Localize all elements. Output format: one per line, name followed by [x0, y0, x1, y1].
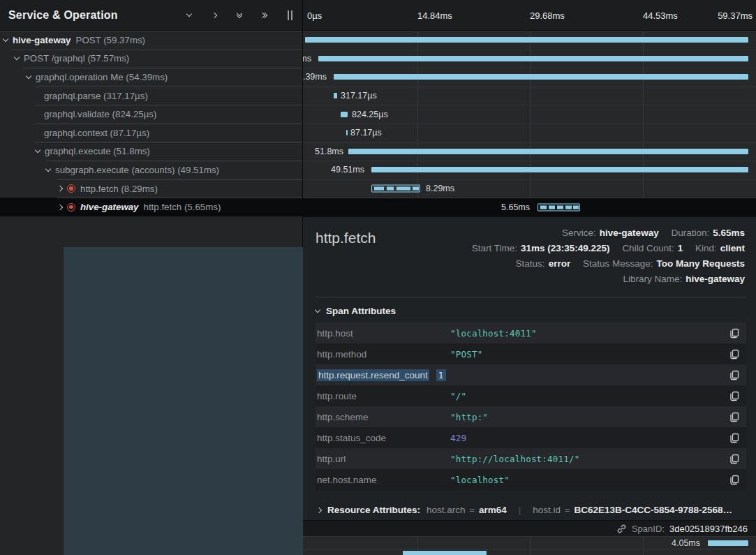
span-id-value[interactable]: 3de02518937fb246 [669, 524, 748, 534]
span-bar[interactable] [348, 149, 748, 154]
timeline-row[interactable]: 824.25µs [303, 105, 756, 124]
timeline-row[interactable]: 51.8ms [303, 142, 756, 161]
copy-icon[interactable] [729, 349, 739, 360]
tree-row[interactable]: graphql.validate (824.25µs) [0, 105, 302, 124]
meta-value: 5.65ms [713, 228, 745, 238]
span-bar[interactable] [708, 540, 748, 546]
chevron-down-icon[interactable] [3, 36, 8, 42]
span-attributes-toggle[interactable]: Span Attributes [303, 297, 756, 323]
time-tick: 14.84ms [417, 10, 452, 20]
attribute-row[interactable]: http.method "POST" [316, 343, 746, 364]
attribute-value[interactable]: "localhost:4011" [450, 328, 537, 339]
attribute-value[interactable]: "localhost" [450, 475, 510, 485]
timeline-panel: 0µs 14.84ms 29.68ms 44.53ms 59.37ms 59.3… [303, 0, 756, 555]
tree-row-label: graphql.validate (824.25µs) [44, 109, 156, 119]
resource-attributes-title: Resource Attributes: [327, 505, 420, 515]
tree-row[interactable]: graphql.execute (51.8ms) [0, 142, 302, 161]
attribute-value[interactable]: 1 [436, 369, 446, 381]
span-bar[interactable] [346, 130, 348, 135]
chevron-part [262, 13, 267, 17]
collapse-all-icon[interactable] [234, 10, 245, 21]
attribute-row[interactable]: http.scheme "http:" [316, 406, 746, 427]
timeline-row[interactable]: 8.29ms [303, 179, 756, 198]
chevron-down-icon[interactable] [35, 147, 40, 153]
duration-label: 4.05ms [672, 538, 700, 548]
span-bar[interactable] [538, 203, 580, 211]
chevron-down-icon[interactable] [14, 54, 20, 60]
duration-label: 57.57ms [303, 54, 311, 64]
span-bar[interactable] [318, 56, 748, 61]
tree-row-service: hive-gateway [80, 202, 139, 212]
copy-icon[interactable] [729, 412, 739, 422]
span-bar-segment [374, 187, 384, 191]
panel-splitter-handle[interactable] [284, 10, 295, 21]
attribute-row[interactable]: http.status_code 429 [316, 427, 746, 448]
timeline-row-partial[interactable] [303, 549, 756, 555]
tree-row-label: subgraph.execute (accounts) (49.51ms) [55, 165, 219, 175]
collapse-icon[interactable] [184, 10, 195, 21]
copy-icon[interactable] [729, 391, 739, 401]
chevron-right-icon[interactable] [57, 186, 63, 191]
tree-row[interactable]: graphql.context (87.17µs) [0, 124, 302, 142]
chevron-down-icon[interactable] [45, 166, 51, 172]
attribute-row[interactable]: http.route "/" [316, 385, 746, 406]
attribute-key[interactable]: net.host.name [317, 475, 450, 485]
meta-label: Service: [562, 228, 596, 238]
chevron-down-icon[interactable] [26, 73, 31, 79]
tree-row-selected[interactable]: hive-gateway http.fetch (5.65ms) [0, 198, 302, 216]
tree-row[interactable]: graphql.parse (317.17µs) [0, 87, 302, 105]
copy-icon[interactable] [729, 433, 739, 443]
copy-icon[interactable] [729, 328, 739, 339]
expand-icon[interactable] [209, 10, 220, 21]
copy-icon[interactable] [729, 370, 739, 380]
tree-row[interactable]: graphql.operation Me (54.39ms) [0, 68, 302, 87]
tree-row[interactable]: subgraph.execute (accounts) (49.51ms) [0, 161, 302, 179]
attribute-row[interactable]: http.host "localhost:4011" [316, 323, 746, 343]
copy-icon[interactable] [729, 475, 739, 485]
attribute-value[interactable]: "/" [450, 391, 466, 401]
timeline-row[interactable]: 59.37ms [303, 31, 756, 50]
attribute-key[interactable]: http.status_code [317, 433, 450, 443]
expand-all-icon[interactable] [259, 10, 270, 21]
timeline-row[interactable]: 54.39ms [303, 68, 756, 87]
attribute-key[interactable]: http.request.resend_count [317, 369, 429, 381]
attribute-key[interactable]: http.route [317, 391, 450, 401]
span-bar-segment [557, 205, 563, 209]
span-bar[interactable] [341, 112, 348, 117]
span-bar[interactable] [371, 167, 748, 172]
span-tree-panel: Service & Operation hive-gateway POST (5… [0, 0, 303, 555]
attribute-key[interactable]: http.method [317, 349, 450, 360]
attribute-value[interactable]: "http:" [450, 412, 488, 422]
attribute-key[interactable]: http.scheme [317, 412, 450, 422]
attribute-key[interactable]: http.host [317, 328, 450, 339]
timeline-row[interactable]: 87.17µs [303, 124, 756, 142]
span-bar[interactable] [371, 185, 420, 193]
span-bar[interactable] [334, 93, 337, 98]
timeline-row[interactable]: 317.17µs [303, 87, 756, 105]
attribute-value[interactable]: 429 [450, 433, 466, 443]
span-bar[interactable] [305, 37, 748, 43]
span-bar[interactable] [403, 551, 487, 555]
tree-row[interactable]: POST /graphql (57.57ms) [0, 50, 302, 68]
meta-label: Kind: [695, 243, 717, 253]
timeline-row[interactable]: 57.57ms [303, 50, 756, 68]
attribute-row[interactable]: net.host.name "localhost" [316, 469, 746, 490]
resource-attribute: host.arch = arm64 [427, 505, 507, 515]
timeline-row[interactable]: 4.05ms [303, 536, 756, 549]
resource-attributes-row[interactable]: Resource Attributes: host.arch = arm64 |… [316, 500, 746, 520]
time-tick: 0µs [307, 10, 322, 20]
equals-sign: = [469, 505, 475, 515]
timeline-row-selected[interactable]: 5.65ms [303, 198, 756, 216]
attribute-row-highlighted[interactable]: http.request.resend_count 1 [316, 364, 746, 385]
attribute-key[interactable]: http.url [317, 454, 450, 464]
link-icon[interactable] [616, 524, 627, 534]
tree-row[interactable]: hive-gateway POST (59.37ms) [0, 31, 302, 50]
tree-row[interactable]: http.fetch (8.29ms) [0, 179, 302, 198]
attribute-value[interactable]: "POST" [450, 349, 482, 360]
attribute-row[interactable]: http.url "http://localhost:4011/" [316, 448, 746, 469]
attribute-value[interactable]: "http://localhost:4011/" [450, 454, 579, 464]
timeline-row[interactable]: 49.51ms [303, 161, 756, 179]
chevron-right-icon[interactable] [57, 204, 63, 209]
copy-icon[interactable] [729, 454, 739, 464]
span-bar[interactable] [334, 74, 748, 80]
